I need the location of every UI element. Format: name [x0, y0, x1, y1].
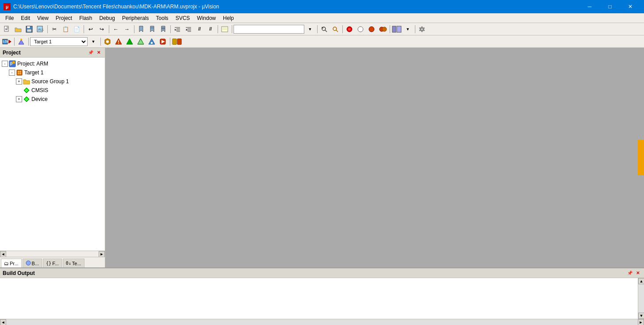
close-button[interactable]: ✕: [620, 0, 640, 13]
device-icon: [23, 96, 30, 103]
svg-rect-4: [27, 26, 30, 28]
load-button[interactable]: LOAD: [2, 37, 12, 46]
vscroll-down-button[interactable]: ▼: [638, 313, 644, 319]
bookmark-button-3[interactable]: [158, 24, 169, 34]
tree-item-source-group[interactable]: + Source Group 1: [0, 77, 105, 86]
unindent-button[interactable]: [183, 24, 194, 34]
menu-view[interactable]: View: [34, 14, 52, 22]
panel-controls: 📌 ✕: [87, 49, 102, 56]
paste-button[interactable]: 📄: [71, 24, 82, 34]
tab-project[interactable]: 🗂 Pr...: [1, 259, 22, 267]
build-output-controls: 📌 ✕: [626, 270, 641, 277]
tab-books-label: B...: [32, 261, 39, 266]
undo-button[interactable]: ↩: [85, 24, 96, 34]
search-combo[interactable]: [234, 25, 304, 34]
menu-tools[interactable]: Tools: [153, 14, 172, 22]
flash-download-button[interactable]: [146, 37, 157, 46]
debug-target-button[interactable]: [344, 24, 355, 34]
menu-edit[interactable]: Edit: [17, 14, 34, 22]
menu-debug[interactable]: Debug: [96, 14, 119, 22]
save-all-button[interactable]: ALL: [35, 24, 46, 34]
panel-close-button[interactable]: ✕: [95, 49, 102, 56]
redo-button[interactable]: ↪: [96, 24, 107, 34]
view-dropdown-button[interactable]: ▼: [402, 24, 413, 34]
svg-rect-29: [322, 27, 324, 27]
back-button[interactable]: ←: [111, 24, 121, 34]
toolbar2-separator-2: [27, 37, 30, 46]
menu-peripherals[interactable]: Peripherals: [119, 14, 153, 22]
rebuild-button[interactable]: [124, 37, 135, 46]
start-debug-button[interactable]: [157, 37, 168, 46]
hscroll-right-button[interactable]: ►: [99, 251, 105, 257]
target-selector[interactable]: Target 1: [30, 37, 88, 46]
stop-build-button[interactable]: [135, 37, 146, 46]
project-tabs: 🗂 Pr... B... {} F... 0↓ Te...: [0, 257, 105, 267]
expand-project[interactable]: -: [2, 61, 8, 67]
menu-window[interactable]: Window: [193, 14, 219, 22]
bookmark-button-1[interactable]: [136, 24, 146, 34]
tab-functions-icon: {}: [46, 261, 51, 266]
uncomment-button[interactable]: //: [205, 24, 216, 34]
new-file-button[interactable]: [2, 24, 12, 34]
toolbar-separator-10: [388, 24, 391, 34]
minimize-button[interactable]: ─: [579, 0, 600, 13]
project-hscroll: ◄ ►: [0, 251, 105, 257]
build-hscroll-left[interactable]: ◄: [0, 319, 6, 325]
search-dropdown-button[interactable]: ▼: [305, 24, 315, 34]
tab-books[interactable]: B...: [23, 259, 42, 267]
tab-templates[interactable]: 0↓ Te...: [63, 259, 84, 267]
app-icon: μ: [4, 3, 11, 10]
menu-svcs[interactable]: SVCS: [172, 14, 194, 22]
build-output-pin-button[interactable]: 📌: [626, 270, 633, 277]
build-button[interactable]: [113, 37, 124, 46]
menu-help[interactable]: Help: [219, 14, 238, 22]
find-in-files-button[interactable]: [319, 24, 330, 34]
tools-button[interactable]: [417, 24, 427, 34]
tree-item-device[interactable]: + Device: [0, 95, 105, 104]
tree-item-target[interactable]: - Target 1: [0, 68, 105, 77]
hscroll-left-button[interactable]: ◄: [0, 251, 6, 257]
open-button[interactable]: [13, 24, 23, 34]
stop-button[interactable]: [366, 24, 377, 34]
build-output-content: [0, 278, 638, 319]
options-target-button[interactable]: [102, 37, 113, 46]
find-refs-button[interactable]: [330, 24, 341, 34]
multi-button[interactable]: [377, 24, 388, 34]
bookmark-button-2[interactable]: [147, 24, 157, 34]
indent-button[interactable]: [172, 24, 183, 34]
tree-item-project[interactable]: - P Project: ARM: [0, 59, 105, 68]
run-button[interactable]: [355, 24, 366, 34]
tab-functions[interactable]: {} F...: [43, 259, 62, 267]
build-output-close-button[interactable]: ✕: [634, 270, 641, 277]
tree-item-cmsis[interactable]: CMSIS: [0, 86, 105, 95]
expand-target[interactable]: -: [9, 70, 15, 76]
open-document-button[interactable]: [219, 24, 230, 34]
svg-point-31: [333, 27, 337, 31]
svg-rect-39: [392, 26, 396, 32]
forward-button[interactable]: →: [122, 24, 132, 34]
right-edge-tab[interactable]: [638, 140, 644, 175]
menu-file[interactable]: File: [2, 14, 17, 22]
menu-project[interactable]: Project: [52, 14, 76, 22]
configure-button[interactable]: [16, 37, 27, 46]
target-dropdown-button[interactable]: ▼: [88, 37, 99, 46]
expand-device[interactable]: +: [16, 96, 22, 102]
multi-project-button[interactable]: [172, 37, 182, 46]
maximize-button[interactable]: □: [600, 0, 620, 13]
cut-button[interactable]: ✂: [49, 24, 60, 34]
panel-pin-button[interactable]: 📌: [87, 49, 94, 56]
svg-rect-57: [172, 39, 176, 44]
save-button[interactable]: [24, 24, 34, 34]
copy-button[interactable]: 📋: [60, 24, 71, 34]
svg-point-27: [322, 27, 326, 31]
vscroll-up-button[interactable]: ▲: [638, 278, 644, 284]
menu-bar: File Edit View Project Flash Debug Perip…: [0, 13, 644, 23]
expand-source-group[interactable]: +: [16, 78, 22, 85]
svg-rect-54: [151, 42, 153, 44]
project-panel-header: Project 📌 ✕: [0, 48, 105, 58]
menu-flash[interactable]: Flash: [76, 14, 96, 22]
view-button-1[interactable]: [391, 24, 402, 34]
tree-label-target: Target 1: [24, 70, 43, 76]
comment-button[interactable]: //: [194, 24, 205, 34]
build-hscroll-right[interactable]: ►: [638, 319, 644, 325]
